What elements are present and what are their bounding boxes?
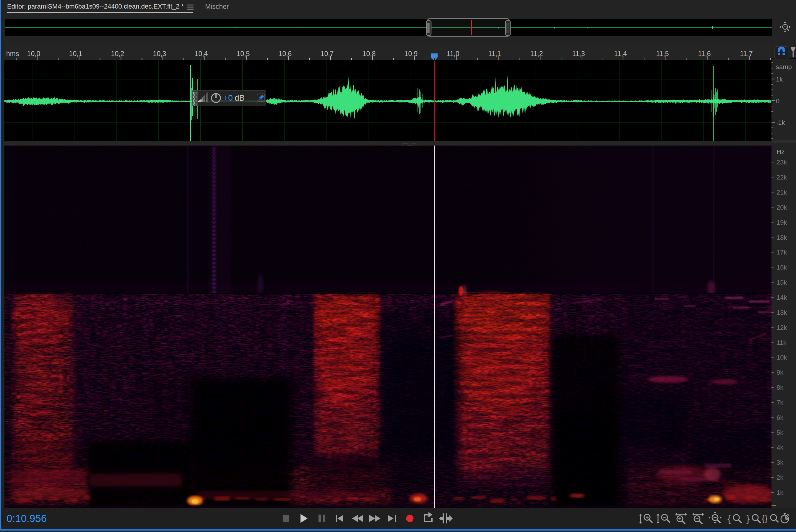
svg-text:{: { <box>727 513 731 524</box>
svg-text:}: } <box>746 513 749 524</box>
svg-text:{}: {} <box>762 513 767 523</box>
